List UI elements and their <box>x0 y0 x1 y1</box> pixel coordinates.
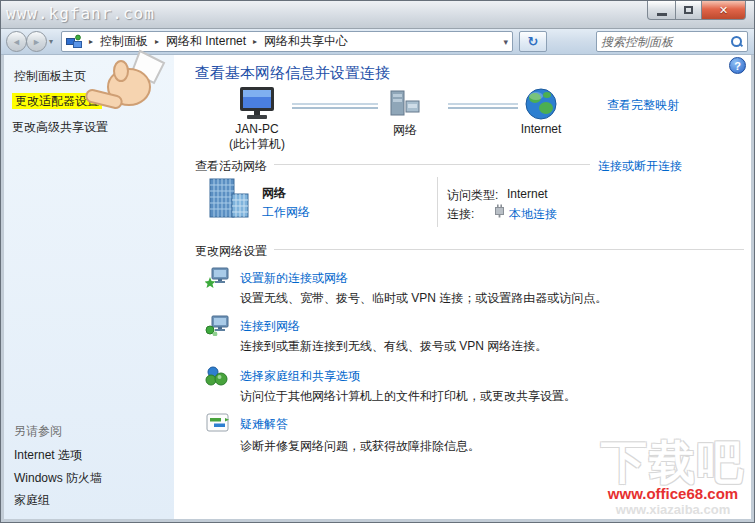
task-homegroup-sharing-desc: 访问位于其他网络计算机上的文件和打印机，或更改共享设置。 <box>240 388 576 405</box>
sidebar-item-change-advanced-sharing[interactable]: 更改高级共享设置 <box>12 119 108 136</box>
page-title: 查看基本网络信息并设置连接 <box>195 64 390 83</box>
breadcrumb-arrow-icon: ▸ <box>89 37 93 46</box>
maximize-button[interactable] <box>675 1 702 20</box>
refresh-button[interactable]: ↻ <box>519 31 547 52</box>
sidebar-item-internet-options[interactable]: Internet 选项 <box>14 447 82 464</box>
forward-button[interactable]: ► <box>26 31 47 52</box>
section-divider <box>274 164 590 165</box>
see-full-map-link[interactable]: 查看完整映射 <box>607 97 679 114</box>
vertical-divider <box>437 177 438 227</box>
close-icon: ✕ <box>719 4 728 17</box>
task-troubleshoot-desc: 诊断并修复网络问题，或获得故障排除信息。 <box>240 438 480 455</box>
chevron-down-icon: ▾ <box>49 37 53 46</box>
setup-new-connection-icon <box>205 266 231 288</box>
map-network-label[interactable]: 网络 <box>375 122 435 139</box>
access-type-value: Internet <box>507 187 548 201</box>
minimize-button[interactable] <box>647 1 676 20</box>
sidebar-item-control-panel-home[interactable]: 控制面板主页 <box>14 68 86 85</box>
search-box[interactable] <box>596 31 748 52</box>
work-network-buildings-icon <box>205 176 253 222</box>
section-divider <box>274 249 744 250</box>
change-settings-header: 更改网络设置 <box>195 243 267 260</box>
address-bar[interactable]: ▸ 控制面板 ▸ 网络和 Internet ▸ 网络和共享中心 ▾ <box>61 31 513 52</box>
troubleshoot-icon <box>205 412 231 434</box>
work-network-link[interactable]: 工作网络 <box>262 204 310 221</box>
chevron-down-icon: ▾ <box>503 37 508 47</box>
local-connection-link[interactable]: 本地连接 <box>509 206 557 223</box>
access-type-label: 访问类型: <box>447 187 498 204</box>
breadcrumb-control-panel[interactable]: 控制面板 <box>100 33 148 50</box>
task-setup-new-connection-desc: 设置无线、宽带、拨号、临时或 VPN 连接；或设置路由器或访问点。 <box>240 290 607 307</box>
ethernet-plug-icon <box>494 203 505 218</box>
recent-pages-dropdown[interactable]: ▾ <box>49 37 53 46</box>
sidebar-item-change-adapter-settings[interactable]: 更改适配器设置 <box>12 93 102 110</box>
map-computer-sub: (此计算机) <box>212 136 302 153</box>
sidebar-item-homegroup[interactable]: 家庭组 <box>14 492 50 509</box>
network-sharing-center-window: www.kgfanr.com ✕ ◄ ► ▾ ▸ 控制面板 ▸ 网络和 Inte… <box>0 0 755 523</box>
task-homegroup-sharing-link[interactable]: 选择家庭组和共享选项 <box>240 368 360 385</box>
task-troubleshoot-link[interactable]: 疑难解答 <box>240 416 288 433</box>
watermark-logo-text: 下载吧 <box>601 441 745 485</box>
help-icon: ? <box>734 60 741 72</box>
active-network-name: 网络 <box>262 185 286 202</box>
breadcrumb-arrow-icon: ▸ <box>253 37 257 46</box>
active-networks-header: 查看活动网络 <box>195 158 267 175</box>
task-setup-new-connection-link[interactable]: 设置新的连接或网络 <box>240 270 348 287</box>
watermark-site-red: www.office68.com <box>601 485 745 502</box>
back-icon: ◄ <box>12 37 21 47</box>
connect-to-network-icon <box>205 314 231 336</box>
watermark-top: www.kgfanr.com <box>6 4 155 23</box>
see-also-header: 另请参阅 <box>14 423 62 440</box>
navigation-toolbar: ◄ ► ▾ ▸ 控制面板 ▸ 网络和 Internet ▸ 网络和共享中心 ▾ … <box>1 29 754 55</box>
map-computer-name[interactable]: JAN-PC <box>212 122 302 136</box>
map-connector-line <box>292 103 378 109</box>
maximize-icon <box>684 6 693 14</box>
network-nodes-icon <box>386 89 424 121</box>
breadcrumb-network-sharing-center[interactable]: 网络和共享中心 <box>264 33 348 50</box>
computer-icon <box>234 86 280 122</box>
refresh-icon: ↻ <box>528 34 539 49</box>
watermark-bottom: 下载吧 www.office68.com www.xiazaiba.com <box>601 441 745 517</box>
map-connector-line <box>448 103 518 109</box>
highlighted-label: 更改适配器设置 <box>12 93 102 109</box>
breadcrumb-arrow-icon: ▸ <box>155 37 159 46</box>
minimize-icon <box>657 13 667 16</box>
forward-icon: ► <box>32 37 41 47</box>
watermark-site-gray: www.xiazaiba.com <box>601 502 745 517</box>
content-area: 控制面板主页 更改适配器设置 更改高级共享设置 另请参阅 Internet 选项… <box>4 55 751 519</box>
breadcrumb-network-internet[interactable]: 网络和 Internet <box>166 33 246 50</box>
back-button[interactable]: ◄ <box>6 31 27 52</box>
window-controls: ✕ <box>648 1 746 20</box>
map-internet-label[interactable]: Internet <box>501 122 581 136</box>
close-button[interactable]: ✕ <box>701 1 746 20</box>
main-pane: 查看基本网络信息并设置连接 ? 查看完整映射 JAN-PC (此计算机) <box>174 55 751 519</box>
search-icon <box>730 35 743 48</box>
internet-globe-icon <box>525 88 557 120</box>
task-connect-to-network-link[interactable]: 连接到网络 <box>240 318 300 335</box>
network-center-icon <box>66 34 82 50</box>
search-input[interactable] <box>601 35 730 49</box>
task-connect-to-network-desc: 连接到或重新连接到无线、有线、拨号或 VPN 网络连接。 <box>240 338 547 355</box>
connections-label: 连接: <box>447 206 474 223</box>
sidebar: 控制面板主页 更改适配器设置 更改高级共享设置 另请参阅 Internet 选项… <box>4 55 174 519</box>
sidebar-item-windows-firewall[interactable]: Windows 防火墙 <box>14 470 102 487</box>
homegroup-spheres-icon <box>205 364 231 386</box>
help-button[interactable]: ? <box>729 57 746 74</box>
title-bar[interactable]: www.kgfanr.com ✕ <box>1 1 754 29</box>
connect-disconnect-link[interactable]: 连接或断开连接 <box>598 158 682 175</box>
address-dropdown[interactable]: ▾ <box>503 37 508 47</box>
